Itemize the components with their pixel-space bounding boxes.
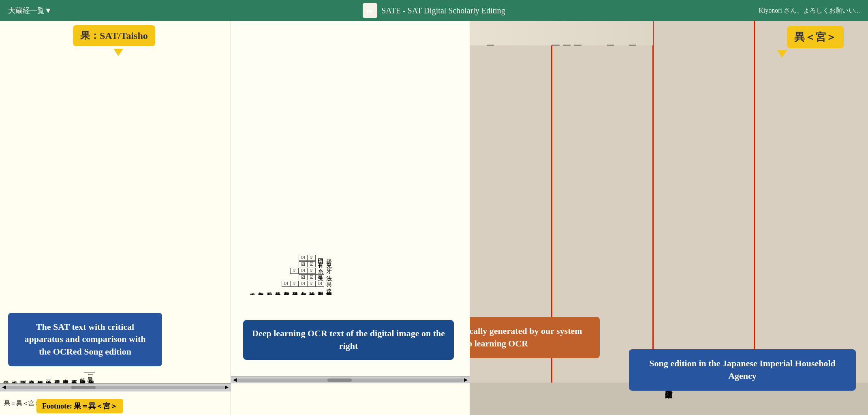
middle-text-area: 世內無 義功彼 部著不 等復竹 間破因 云起故 義起共 共次 所無故 何火義 說…	[231, 21, 334, 295]
footnote-callout-arrow: Footnote: 果＝異＜宮＞	[36, 399, 123, 413]
app-title: SATE - SAT Digital Scholarly Editing	[381, 6, 505, 15]
app-title-bar: 🏛 SATE - SAT Digital Scholarly Editing	[363, 3, 505, 18]
middle-scroll-track[interactable]	[237, 378, 464, 382]
nav-label[interactable]: 大蔵経一覧▼	[8, 6, 52, 15]
red-line-2	[652, 21, 654, 383]
nav-menu[interactable]: 大蔵経一覧▼	[8, 6, 52, 15]
middle-scrollbar[interactable]: ◀ ▶	[231, 376, 470, 383]
comparison-description-box: This comparison is almost automatically …	[470, 317, 600, 358]
callout-arrow-right-top	[777, 50, 787, 58]
red-line-3	[754, 21, 755, 383]
scan-text-columns: 等竹香附子若条一卷 復笠次重有苦 異由如僧侯人言說彼 兔印記月光別不 起不共著此…	[470, 21, 653, 45]
left-scroll-right[interactable]: ▶	[225, 384, 229, 390]
footnote-callout-label: Footnote: 果＝異＜宮＞	[36, 399, 123, 413]
ocr-description-box: Deep learning OCR text of the digital im…	[243, 320, 454, 360]
left-description-box: The SAT text with critical apparatus and…	[8, 313, 162, 366]
middle-scroll-left[interactable]: ◀	[233, 377, 237, 383]
app-icon: 🏛	[363, 3, 377, 18]
footnote-text: 果＝異＜宮＞	[4, 400, 41, 407]
left-panel: 果：SAT/Taisho 如芽等 復次世 間所過 著 如芬谷 欲令今 入人體 等	[0, 21, 231, 415]
middle-scroll-right[interactable]: ▶	[464, 377, 468, 383]
callout-top-left: 果：SAT/Taisho	[73, 25, 155, 46]
main-layout: 果：SAT/Taisho 如芽等 復次世 間所過 著 如芬谷 欲令今 入人體 等	[0, 21, 868, 415]
footnote-content: 果＝異＜宮＞	[4, 400, 41, 407]
callout-arrow-left	[113, 49, 123, 56]
callout-top-right: 異＜宮＞	[787, 26, 844, 48]
middle-scroll-thumb[interactable]	[327, 378, 352, 382]
left-scroll-track[interactable]	[6, 386, 225, 389]
footnote-area: 果＝異＜宮＞ Footnote: 果＝異＜宮＞	[0, 391, 231, 415]
left-scrollbar[interactable]: ◀ ▶	[0, 383, 231, 391]
right-panel: 異＜宮＞ 等竹香附子若条一卷 復笠次重有苦 異由如僧侯人言說彼 兔	[470, 21, 868, 415]
right-description-box: Song edition in the Japanese Imperial Ho…	[629, 349, 856, 391]
left-scroll-left[interactable]: ◀	[2, 384, 6, 390]
middle-panel: 世內無 義功彼 部著不 等復竹 間破因 云起故 義起共 共次 所無故 何火義 說…	[231, 21, 470, 415]
left-scroll-thumb[interactable]	[71, 386, 96, 389]
user-greeting: Kiyonori さん、よろしくお願いい...	[759, 6, 860, 15]
app-header: 大蔵経一覧▼ 🏛 SATE - SAT Digital Scholarly Ed…	[0, 0, 868, 21]
